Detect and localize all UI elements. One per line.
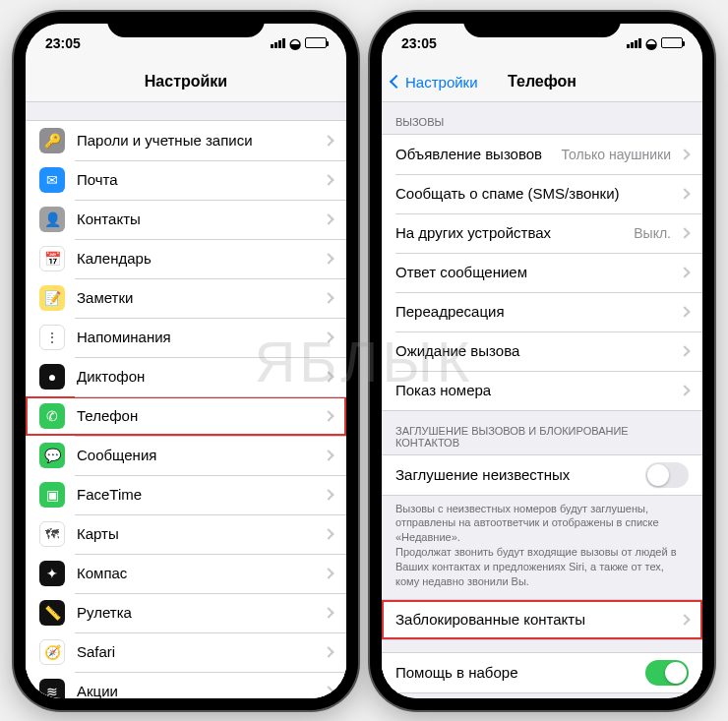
status-icons: ◒	[258, 35, 327, 51]
signal-icon	[271, 38, 285, 48]
calls-list: Объявление вызововТолько наушникиСообщат…	[382, 134, 702, 411]
silence-footer: Вызовы с неизвестных номеров будут заглу…	[382, 496, 702, 599]
calls-row-3[interactable]: Ответ сообщением	[382, 253, 702, 292]
row-label: Акции	[77, 683, 321, 698]
calls-row-6[interactable]: Показ номера	[382, 371, 702, 410]
settings-row-контакты[interactable]: 👤Контакты	[26, 200, 346, 239]
row-label: Телефон	[77, 407, 321, 424]
chevron-right-icon	[679, 345, 690, 356]
settings-list-container: 🔑Пароли и учетные записи✉︎Почта👤Контакты…	[26, 102, 346, 698]
app-icon: 🗺	[39, 521, 65, 547]
app-icon: ✆	[39, 403, 65, 429]
chevron-right-icon	[323, 568, 334, 578]
back-label: Настройки	[405, 74, 478, 90]
settings-row-компас[interactable]: ✦Компас	[26, 554, 346, 593]
chevron-right-icon	[323, 331, 334, 342]
row-label: Safari	[77, 643, 321, 660]
app-icon: ✉︎	[39, 167, 65, 193]
dial-assist-row[interactable]: Помощь в наборе	[382, 653, 702, 692]
app-icon: ●	[39, 364, 65, 390]
signal-icon	[627, 38, 641, 48]
back-button[interactable]: Настройки	[392, 74, 478, 90]
page-title: Настройки	[145, 73, 227, 90]
settings-list: 🔑Пароли и учетные записи✉︎Почта👤Контакты…	[26, 120, 346, 698]
app-icon: 🔑	[39, 128, 65, 153]
settings-row-календарь[interactable]: 📅Календарь	[26, 239, 346, 278]
chevron-right-icon	[679, 227, 690, 238]
chevron-right-icon	[323, 371, 334, 382]
battery-icon	[661, 37, 683, 48]
silence-unknown-row[interactable]: Заглушение неизвестных	[382, 455, 702, 495]
row-label: Ответ сообщением	[395, 264, 677, 280]
app-icon: 📅	[39, 246, 65, 271]
battery-icon	[305, 37, 327, 48]
app-icon: 📏	[39, 600, 65, 626]
chevron-left-icon	[390, 75, 403, 89]
screen-left: 23:05 ◒ Настройки 🔑Пароли и учетные запи…	[26, 24, 346, 698]
settings-row-рулетка[interactable]: 📏Рулетка	[26, 593, 346, 632]
chevron-right-icon	[323, 410, 334, 421]
chevron-right-icon	[323, 646, 334, 657]
settings-row-safari[interactable]: 🧭Safari	[26, 632, 346, 672]
chevron-right-icon	[323, 607, 334, 618]
app-icon: ✦	[39, 561, 65, 586]
phone-settings-content: ВЫЗОВЫ Объявление вызововТолько наушники…	[382, 102, 702, 698]
row-label: FaceTime	[77, 486, 321, 503]
section-header-calls: ВЫЗОВЫ	[382, 102, 702, 134]
settings-row-facetime[interactable]: ▣FaceTime	[26, 475, 346, 514]
calls-row-1[interactable]: Сообщать о спаме (SMS/звонки)	[382, 174, 702, 213]
notch	[107, 12, 265, 37]
app-icon: ⋮	[39, 325, 65, 350]
chevron-right-icon	[679, 385, 690, 395]
silence-list: Заглушение неизвестных	[382, 454, 702, 496]
chevron-right-icon	[679, 149, 690, 159]
settings-row-заметки[interactable]: 📝Заметки	[26, 278, 346, 318]
app-icon: 👤	[39, 207, 65, 232]
row-label: Сообщать о спаме (SMS/звонки)	[395, 185, 677, 202]
settings-row-напоминания[interactable]: ⋮Напоминания	[26, 318, 346, 357]
settings-row-сообщения[interactable]: 💬Сообщения	[26, 436, 346, 475]
chevron-right-icon	[323, 528, 334, 539]
blocked-contacts-label: Заблокированные контакты	[395, 611, 677, 628]
row-label: Объявление вызовов	[395, 146, 562, 162]
row-value: Только наушники	[562, 147, 671, 162]
nav-bar: Настройки	[26, 63, 346, 102]
phone-right: 23:05 ◒ Настройки Телефон ВЫЗОВЫ Объявле…	[370, 12, 714, 710]
status-icons: ◒	[614, 35, 683, 51]
settings-row-почта[interactable]: ✉︎Почта	[26, 160, 346, 200]
row-label: Напоминания	[77, 329, 321, 345]
chevron-right-icon	[679, 267, 690, 277]
settings-row-пароли-и-учетные-записи[interactable]: 🔑Пароли и учетные записи	[26, 121, 346, 160]
dial-assist-footer: Функция «Помощь в наборе» автоматически …	[382, 693, 702, 698]
calls-row-5[interactable]: Ожидание вызова	[382, 331, 702, 371]
chevron-right-icon	[323, 174, 334, 185]
dial-assist-toggle[interactable]	[645, 660, 689, 686]
row-label: На других устройствах	[395, 224, 634, 241]
dial-assist-label: Помощь в наборе	[395, 664, 645, 681]
row-label: Показ номера	[395, 382, 677, 398]
calls-row-0[interactable]: Объявление вызововТолько наушники	[382, 135, 702, 174]
silence-unknown-toggle[interactable]	[645, 462, 689, 488]
settings-row-акции[interactable]: ≋Акции	[26, 672, 346, 698]
settings-row-диктофон[interactable]: ●Диктофон	[26, 357, 346, 396]
settings-row-карты[interactable]: 🗺Карты	[26, 514, 346, 554]
dial-assist-list: Помощь в наборе	[382, 652, 702, 693]
status-time: 23:05	[45, 35, 104, 51]
chevron-right-icon	[323, 213, 334, 224]
app-icon: 🧭	[39, 639, 65, 665]
app-icon: 💬	[39, 443, 65, 468]
chevron-right-icon	[679, 188, 690, 199]
row-label: Заметки	[77, 289, 321, 306]
calls-row-2[interactable]: На других устройствахВыкл.	[382, 213, 702, 253]
section-header-silence: ЗАГЛУШЕНИЕ ВЫЗОВОВ И БЛОКИРОВАНИЕ КОНТАК…	[382, 411, 702, 454]
row-label: Карты	[77, 525, 321, 542]
app-icon: 📝	[39, 285, 65, 311]
blocked-list: Заблокированные контакты	[382, 599, 702, 640]
settings-row-телефон[interactable]: ✆Телефон	[26, 396, 346, 436]
screen-right: 23:05 ◒ Настройки Телефон ВЫЗОВЫ Объявле…	[382, 24, 702, 698]
silence-unknown-label: Заглушение неизвестных	[395, 466, 645, 483]
phone-left: 23:05 ◒ Настройки 🔑Пароли и учетные запи…	[14, 12, 358, 710]
calls-row-4[interactable]: Переадресация	[382, 292, 702, 331]
blocked-contacts-row[interactable]: Заблокированные контакты	[382, 600, 702, 639]
row-label: Переадресация	[395, 303, 677, 320]
